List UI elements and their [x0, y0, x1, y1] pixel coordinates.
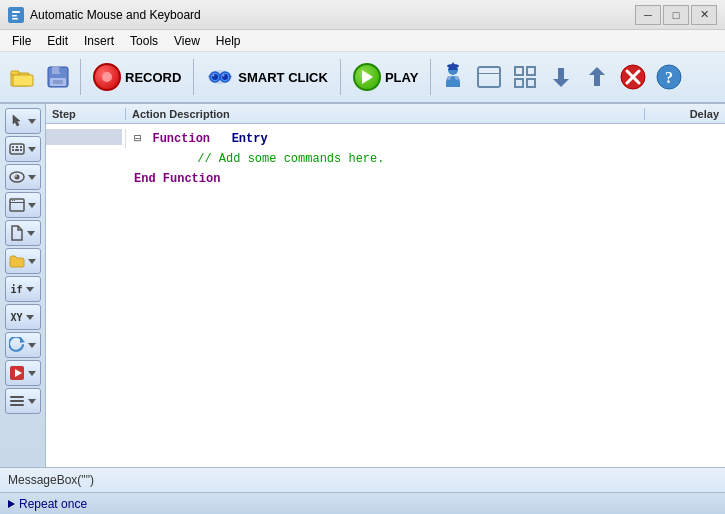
svg-rect-46: [12, 149, 14, 151]
sidebar-eye-dropdown[interactable]: [27, 165, 37, 189]
sidebar-list-dropdown[interactable]: [27, 389, 37, 413]
move-up-button[interactable]: [581, 61, 613, 93]
svg-rect-5: [11, 71, 19, 75]
sidebar-folder-button[interactable]: [5, 248, 41, 274]
svg-rect-8: [52, 67, 60, 74]
record-label: RECORD: [125, 70, 181, 85]
entry-keyword: Entry: [232, 132, 268, 146]
delete-button[interactable]: [617, 61, 649, 93]
sidebar-file-dropdown[interactable]: [26, 221, 36, 245]
svg-rect-31: [515, 79, 523, 87]
svg-rect-33: [558, 68, 564, 80]
sidebar-script-button[interactable]: [5, 332, 41, 358]
smart-click-icon: [206, 63, 234, 91]
function-entry-content: ⊟ Function Entry: [126, 131, 645, 146]
sidebar-eye-button[interactable]: [5, 164, 41, 190]
script-area[interactable]: ⊟ Function Entry // Add some commands he…: [46, 124, 725, 467]
chevron-down-icon: [27, 231, 35, 236]
svg-rect-53: [10, 202, 24, 203]
svg-marker-34: [553, 79, 569, 87]
svg-line-20: [209, 76, 210, 77]
play-triangle: [362, 70, 373, 84]
record-dot: [102, 72, 112, 82]
svg-rect-60: [10, 400, 24, 402]
play-label: PLAY: [385, 70, 418, 85]
script-line-end: End Function: [46, 169, 725, 189]
sidebar-macro-button[interactable]: [5, 360, 41, 386]
collapse-icon: ⊟: [134, 132, 141, 146]
record-button[interactable]: RECORD: [87, 61, 187, 93]
col-step-header: Step: [46, 108, 126, 120]
maximize-button[interactable]: □: [663, 5, 689, 25]
sidebar-mouse-button[interactable]: [5, 108, 41, 134]
sidebar-keyboard-dropdown[interactable]: [27, 137, 37, 161]
sidebar-window-button[interactable]: [5, 192, 41, 218]
chevron-down-icon: [28, 175, 36, 180]
chevron-down-icon: [28, 371, 36, 376]
toolbar: RECORD SMA: [0, 52, 725, 104]
menu-file[interactable]: File: [4, 32, 39, 50]
grid-button[interactable]: [509, 61, 541, 93]
svg-rect-11: [53, 80, 63, 84]
help-button[interactable]: ?: [653, 61, 685, 93]
svg-rect-1: [12, 11, 20, 13]
minimize-button[interactable]: ─: [635, 5, 661, 25]
svg-point-18: [223, 75, 225, 77]
chevron-down-icon: [28, 203, 36, 208]
svg-text:?: ?: [665, 69, 673, 86]
sidebar-list-button[interactable]: [5, 388, 41, 414]
open-button[interactable]: [6, 61, 38, 93]
sidebar-mouse-dropdown[interactable]: [27, 109, 37, 133]
svg-rect-45: [20, 146, 22, 148]
smart-click-button[interactable]: SMART CLICK: [200, 61, 334, 93]
panel-button[interactable]: [473, 61, 505, 93]
sidebar-script-dropdown[interactable]: [27, 333, 37, 357]
svg-rect-9: [59, 67, 61, 72]
function-keyword: Function: [152, 132, 210, 146]
wizard-button[interactable]: [437, 61, 469, 93]
script-line-function: ⊟ Function Entry: [46, 128, 725, 149]
svg-point-15: [213, 75, 215, 77]
play-button[interactable]: PLAY: [347, 61, 424, 93]
chevron-down-icon: [28, 343, 36, 348]
sidebar-if-dropdown[interactable]: [25, 277, 35, 301]
repeat-bar[interactable]: Repeat once: [0, 492, 725, 514]
sidebar-folder-dropdown[interactable]: [27, 249, 37, 273]
chevron-down-icon: [26, 315, 34, 320]
end-function-text: End Function: [134, 172, 220, 186]
menu-edit[interactable]: Edit: [39, 32, 76, 50]
toolbar-sep-4: [430, 59, 431, 95]
svg-rect-54: [12, 200, 13, 201]
save-button[interactable]: [42, 61, 74, 93]
menu-insert[interactable]: Insert: [76, 32, 122, 50]
script-line-comment: // Add some commands here.: [46, 149, 725, 169]
svg-rect-29: [515, 67, 523, 75]
svg-rect-30: [527, 67, 535, 75]
step-number: [46, 129, 126, 148]
status-bar: MessageBox(""): [0, 467, 725, 492]
sidebar-xy-dropdown[interactable]: [25, 305, 35, 329]
sidebar-xy-button[interactable]: XY: [5, 304, 41, 330]
menu-help[interactable]: Help: [208, 32, 249, 50]
menu-tools[interactable]: Tools: [122, 32, 166, 50]
sidebar-file-button[interactable]: [5, 220, 41, 246]
repeat-label: Repeat once: [19, 497, 87, 511]
title-bar: Automatic Mouse and Keyboard ─ □ ✕: [0, 0, 725, 30]
svg-rect-44: [16, 146, 18, 148]
window-controls: ─ □ ✕: [635, 5, 717, 25]
close-button[interactable]: ✕: [691, 5, 717, 25]
sidebar-if-button[interactable]: if: [5, 276, 41, 302]
sidebar-window-dropdown[interactable]: [27, 193, 37, 217]
menu-bar: File Edit Insert Tools View Help: [0, 30, 725, 52]
move-down-button[interactable]: [545, 61, 577, 93]
sidebar-macro-dropdown[interactable]: [27, 361, 37, 385]
sidebar: if XY: [0, 104, 46, 467]
chevron-down-icon: [28, 399, 36, 404]
menu-view[interactable]: View: [166, 32, 208, 50]
xy-label: XY: [10, 312, 22, 323]
chevron-down-icon: [28, 119, 36, 124]
svg-rect-36: [594, 74, 600, 86]
app-icon: [8, 7, 24, 23]
content-pane: Step Action Description Delay ⊟ Function…: [46, 104, 725, 467]
sidebar-keyboard-button[interactable]: [5, 136, 41, 162]
